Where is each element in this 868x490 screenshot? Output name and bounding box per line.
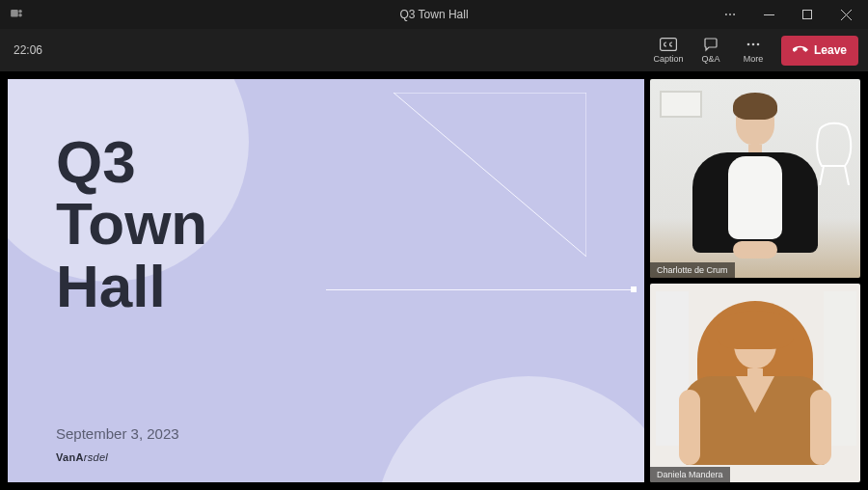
maximize-button[interactable] [789,3,826,26]
caption-button[interactable]: Caption [648,31,689,69]
titlebar: Q3 Town Hall [0,0,868,29]
svg-point-11 [747,43,750,46]
meeting-toolbar: 22:06 Caption Q&A More [0,29,868,71]
slide-title: Q3 Town Hall [56,131,207,317]
slide-date: September 3, 2023 [56,425,179,442]
participant-name: Daniela Mandera [650,467,730,482]
svg-point-12 [752,43,755,46]
hangup-icon [793,41,808,60]
slide-title-line: Q3 [56,131,207,193]
participant-name: Charlotte de Crum [650,262,735,278]
shared-content-stage[interactable]: Q3 Town Hall September 3, 2023 VanArsdel [8,79,644,482]
svg-rect-0 [11,9,18,16]
participant-tile[interactable]: Charlotte de Crum [650,79,860,278]
caption-label: Caption [653,54,683,64]
slide-brand: VanArsdel [56,451,108,463]
svg-point-3 [725,14,727,15]
svg-point-1 [18,9,22,12]
decorative-dot [631,286,637,292]
leave-button[interactable]: Leave [781,36,858,66]
participants-panel: Charlotte de Crum Daniela Man [650,79,860,482]
decorative-line [326,289,637,290]
more-button[interactable]: More [733,31,773,69]
leave-label: Leave [814,43,847,57]
meeting-timer: 22:06 [14,43,42,57]
slide-title-line: Town [56,193,207,255]
qa-button[interactable]: Q&A [691,31,731,69]
cc-icon [660,37,677,52]
svg-rect-2 [18,14,22,17]
chat-icon [703,37,719,52]
qa-label: Q&A [701,54,719,64]
svg-point-13 [757,43,760,46]
decorative-circle [374,376,644,482]
titlebar-more-button[interactable] [712,3,748,26]
close-button[interactable] [827,3,864,26]
svg-rect-7 [803,11,812,19]
svg-rect-10 [661,39,677,51]
more-label: More [744,54,764,64]
svg-point-4 [729,14,731,15]
slide-title-line: Hall [56,256,207,317]
participant-video [650,79,860,278]
window-title: Q3 Town Hall [399,8,468,21]
participant-tile[interactable]: Daniela Mandera [650,284,860,482]
minimize-button[interactable] [750,3,787,26]
decorative-triangle [393,93,586,257]
meeting-content: Q3 Town Hall September 3, 2023 VanArsdel [0,71,868,490]
svg-point-5 [733,14,735,15]
teams-icon [10,7,23,23]
more-icon [746,37,761,52]
participant-video [650,284,860,482]
